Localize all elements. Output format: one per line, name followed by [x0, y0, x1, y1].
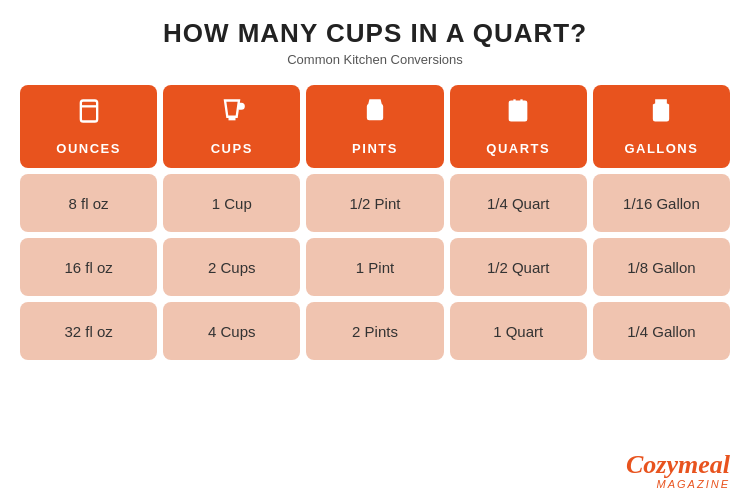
cell-pint-2: 1 Pint — [306, 238, 443, 296]
cell-cup-3: 4 Cups — [163, 302, 300, 360]
col-label-cups: CUPS — [211, 141, 253, 156]
ounce-icon — [75, 97, 103, 135]
branding: Cozymeal Magazine — [626, 452, 730, 490]
cell-oz-3: 32 fl oz — [20, 302, 157, 360]
cell-oz-1: 8 fl oz — [20, 174, 157, 232]
data-row-3: 32 fl oz 4 Cups 2 Pints 1 Quart 1/4 Gall… — [20, 302, 730, 360]
gallon-icon — [647, 97, 675, 135]
header-row: OUNCES CUPS — [20, 85, 730, 168]
brand-name: Cozymeal — [626, 452, 730, 478]
col-header-gallons: GALLONS — [593, 85, 730, 168]
pint-icon — [361, 97, 389, 135]
col-header-cups: CUPS — [163, 85, 300, 168]
col-label-pints: PINTS — [352, 141, 398, 156]
cell-pint-1: 1/2 Pint — [306, 174, 443, 232]
data-row-1: 8 fl oz 1 Cup 1/2 Pint 1/4 Quart 1/16 Ga… — [20, 174, 730, 232]
col-label-ounces: OUNCES — [56, 141, 121, 156]
col-label-gallons: GALLONS — [624, 141, 698, 156]
cell-quart-2: 1/2 Quart — [450, 238, 587, 296]
page-wrapper: HOW MANY CUPS IN A QUART? Common Kitchen… — [0, 0, 750, 500]
cell-gallon-2: 1/8 Gallon — [593, 238, 730, 296]
cell-gallon-3: 1/4 Gallon — [593, 302, 730, 360]
subtitle: Common Kitchen Conversions — [163, 52, 587, 67]
svg-rect-4 — [368, 105, 382, 119]
svg-rect-6 — [510, 102, 526, 121]
cell-quart-1: 1/4 Quart — [450, 174, 587, 232]
cup-icon — [218, 97, 246, 135]
data-row-2: 16 fl oz 2 Cups 1 Pint 1/2 Quart 1/8 Gal… — [20, 238, 730, 296]
cell-gallon-1: 1/16 Gallon — [593, 174, 730, 232]
cell-quart-3: 1 Quart — [450, 302, 587, 360]
col-header-ounces: OUNCES — [20, 85, 157, 168]
col-header-pints: PINTS — [306, 85, 443, 168]
col-label-quarts: QUARTS — [486, 141, 550, 156]
cell-cup-1: 1 Cup — [163, 174, 300, 232]
brand-sub: Magazine — [626, 478, 730, 490]
col-header-quarts: QUARTS — [450, 85, 587, 168]
cell-oz-2: 16 fl oz — [20, 238, 157, 296]
quart-icon — [504, 97, 532, 135]
cell-pint-3: 2 Pints — [306, 302, 443, 360]
svg-rect-0 — [80, 101, 96, 122]
header: HOW MANY CUPS IN A QUART? Common Kitchen… — [163, 18, 587, 67]
cell-cup-2: 2 Cups — [163, 238, 300, 296]
conversion-table: OUNCES CUPS — [20, 85, 730, 360]
main-title: HOW MANY CUPS IN A QUART? — [163, 18, 587, 49]
